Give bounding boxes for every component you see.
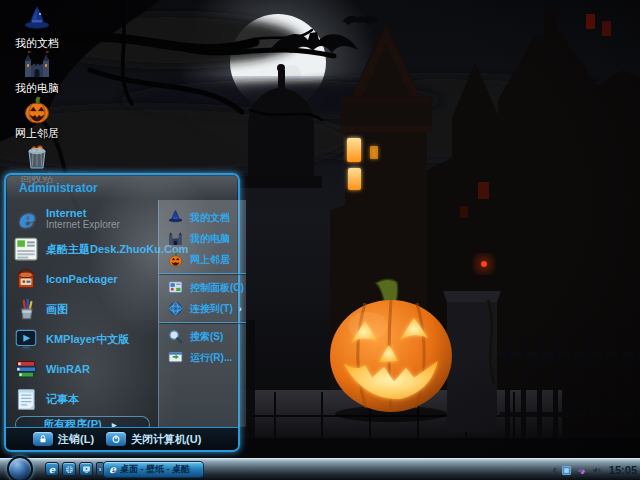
globe-glyph — [65, 465, 74, 474]
menu-item-connect-to[interactable]: 连接到(T) › — [159, 298, 246, 319]
iconpackager-icon — [13, 266, 39, 292]
menu-item-my-computer[interactable]: 我的电脑 — [159, 228, 246, 249]
desktop-icon-my-computer[interactable]: 我的电脑 — [4, 49, 70, 94]
start-menu-body: e Internet Internet Explorer 桌酷主题Desk. — [6, 200, 238, 427]
media-player-icon[interactable] — [79, 462, 93, 476]
menu-item-network-places[interactable]: 网上邻居 — [159, 249, 246, 270]
menu-item-label: IconPackager — [46, 273, 118, 285]
recycle-bin-icon — [21, 139, 53, 171]
menu-item-label: 连接到(T) — [190, 302, 233, 316]
menu-item-label: WinRAR — [46, 363, 90, 375]
taskbar-window-button[interactable]: e 桌面 - 壁纸 - 桌酷 — [103, 461, 204, 478]
menu-item-label: 记事本 — [46, 393, 79, 405]
shut-down-label: 关闭计算机(U) — [131, 432, 201, 447]
menu-item-run[interactable]: 运行(R)... — [159, 347, 246, 368]
kmplayer-icon — [13, 326, 39, 352]
search-icon — [167, 328, 184, 345]
pumpkin-icon — [21, 94, 53, 126]
menu-item-my-documents[interactable]: 我的文档 — [159, 207, 246, 228]
run-icon — [167, 349, 184, 366]
wizard-hat-icon — [21, 4, 53, 36]
menu-item-label: 控制面板(C) — [190, 281, 244, 295]
menu-item-label: 桌酷主题Desk.ZhuoKu.Com — [46, 243, 156, 255]
menu-item-kmplayer[interactable]: KMPlayer中文版 — [13, 324, 156, 354]
desktop: 我的文档 我的电脑 网上邻居 — [0, 0, 640, 480]
lock-icon — [33, 432, 53, 446]
power-icon — [106, 432, 126, 446]
control-panel-icon — [167, 279, 184, 296]
desktop-icon-my-documents[interactable]: 我的文档 — [4, 4, 70, 49]
clock[interactable]: 15:05 — [609, 464, 637, 476]
shut-down-button[interactable]: 关闭计算机(U) — [106, 432, 201, 447]
connect-globe-icon — [167, 300, 184, 317]
menu-item-paint[interactable]: 画图 — [13, 294, 156, 324]
menu-item-winrar[interactable]: WinRAR — [13, 354, 156, 384]
internet-explorer-icon: e — [13, 206, 39, 232]
log-off-button[interactable]: 注销(L) — [33, 432, 94, 447]
desktop-icon-label: 网上邻居 — [4, 127, 70, 139]
start-button[interactable] — [7, 456, 33, 480]
wizard-hat-icon — [167, 209, 184, 226]
castle-icon — [21, 49, 53, 81]
menu-item-label: KMPlayer中文版 — [46, 333, 129, 345]
tray-graphics-icon[interactable] — [576, 465, 587, 476]
user-name: Administrator — [19, 181, 98, 195]
menu-item-zhuoku[interactable]: 桌酷主题Desk.ZhuoKu.Com — [13, 234, 156, 264]
start-menu-footer: 注销(L) 关闭计算机(U) — [6, 427, 238, 450]
ie-glyph: e — [49, 464, 55, 475]
menu-item-iconpackager[interactable]: IconPackager — [13, 264, 156, 294]
tray-theme-program-icon[interactable] — [561, 465, 572, 476]
menu-item-label: 搜索(S) — [190, 330, 223, 344]
volume-icon[interactable] — [591, 465, 602, 476]
taskbar: e › e 桌面 - 壁纸 - 桌酷 ‹ 15:05 — [0, 458, 640, 480]
menu-item-internet[interactable]: e Internet Internet Explorer — [13, 204, 156, 234]
submenu-arrow-icon: › — [239, 304, 242, 314]
castle-icon — [167, 230, 184, 247]
start-menu: Administrator e Internet Internet Explor… — [4, 173, 240, 452]
menu-item-label: 画图 — [46, 303, 68, 315]
internet-explorer-quicklaunch-icon[interactable]: e — [45, 462, 59, 476]
separator — [159, 322, 246, 323]
start-menu-header: Administrator — [6, 175, 238, 200]
screen-glyph — [82, 465, 91, 474]
show-desktop-icon[interactable] — [62, 462, 76, 476]
separator — [159, 273, 246, 274]
menu-item-label: 我的文档 — [190, 211, 230, 225]
notepad-icon — [13, 386, 39, 412]
menu-item-label: 我的电脑 — [190, 232, 230, 246]
desktop-icon-network-places[interactable]: 网上邻居 — [4, 94, 70, 139]
start-menu-pinned-list: e Internet Internet Explorer 桌酷主题Desk. — [6, 200, 158, 427]
menu-item-sublabel: Internet Explorer — [46, 219, 120, 231]
pumpkin-icon — [167, 251, 184, 268]
window-title: 桌面 - 壁纸 - 桌酷 — [120, 463, 190, 476]
tray-collapse-icon[interactable]: ‹ — [553, 460, 557, 480]
start-menu-places-list: 我的文档 我的电脑 — [158, 200, 246, 427]
winrar-icon — [13, 356, 39, 382]
menu-item-search[interactable]: 搜索(S) — [159, 326, 246, 347]
menu-item-label: 网上邻居 — [190, 253, 230, 267]
menu-item-notepad[interactable]: 记事本 — [13, 384, 156, 414]
desktop-icon-label: 我的电脑 — [4, 82, 70, 94]
quick-launch-bar: e › — [45, 462, 104, 476]
menu-item-label: 运行(R)... — [190, 351, 232, 365]
log-off-label: 注销(L) — [58, 432, 94, 447]
internet-explorer-icon: e — [109, 463, 116, 476]
desktop-icon-label: 我的文档 — [4, 37, 70, 49]
menu-item-control-panel[interactable]: 控制面板(C) — [159, 277, 246, 298]
system-tray: ‹ 15:05 — [553, 459, 637, 480]
paint-icon — [13, 296, 39, 322]
menu-item-label: Internet — [46, 207, 120, 219]
zhuoku-webpage-icon — [13, 236, 39, 262]
